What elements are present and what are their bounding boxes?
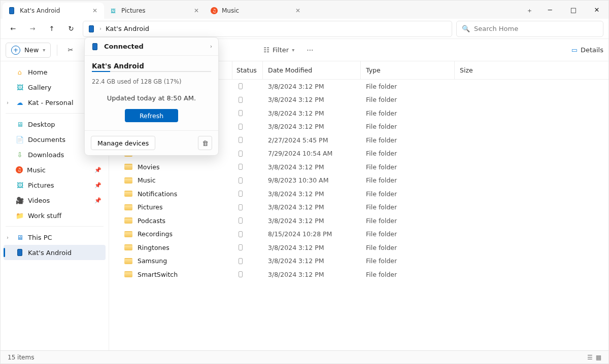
device-status-icon: [239, 83, 243, 89]
folder-icon: [124, 164, 132, 170]
sidebar-item-music[interactable]: ♫ Music 📌: [4, 162, 106, 177]
device-status-icon: [239, 191, 243, 197]
file-row[interactable]: Notifications 3/8/2024 3:12 PM File fold…: [109, 187, 608, 201]
close-icon[interactable]: ✕: [192, 7, 200, 15]
search-box[interactable]: 🔍 Search Home: [456, 21, 603, 37]
folder-icon: [124, 217, 132, 224]
folder-icon: [124, 271, 132, 277]
file-name: SmartSwitch: [138, 271, 178, 278]
folder-icon: [124, 244, 132, 250]
pin-icon[interactable]: 📌: [94, 197, 101, 204]
sidebar-item-this-pc[interactable]: › 🖥 This PC: [4, 230, 106, 245]
folder-icon: [124, 191, 132, 197]
device-status-icon: [239, 124, 243, 130]
details-view-button[interactable]: ☰: [587, 354, 593, 361]
details-label: Details: [581, 46, 603, 54]
recycle-bin-button[interactable]: 🗑: [198, 136, 212, 150]
chevron-right-icon: ›: [99, 26, 101, 31]
tab-label: Kat's Android: [20, 7, 60, 14]
phone-icon: [91, 43, 99, 51]
up-button[interactable]: ↑: [44, 21, 59, 37]
file-date: 8/15/2024 10:28 PM: [263, 230, 361, 238]
scissors-icon: ✂: [67, 46, 73, 54]
chevron-right-icon[interactable]: ›: [7, 235, 9, 240]
file-row[interactable]: Podcasts 3/8/2024 3:12 PM File folder: [109, 214, 608, 228]
device-status-icon: [239, 177, 243, 184]
device-status-icon: [239, 204, 243, 210]
popover-updated-text: Updated today at 8:50 AM.: [92, 94, 211, 102]
file-row[interactable]: Movies 3/8/2024 3:12 PM File folder: [109, 160, 608, 174]
file-date: 3/8/2024 3:12 PM: [263, 203, 361, 211]
sidebar-item-label: Documents: [28, 136, 65, 143]
sidebar-item-pictures[interactable]: 🖼 Pictures 📌: [4, 177, 106, 193]
folder-icon: [124, 204, 132, 210]
new-tab-button[interactable]: ＋: [520, 3, 538, 19]
file-type: File folder: [361, 110, 455, 117]
forward-button[interactable]: →: [25, 21, 40, 37]
pin-icon[interactable]: 📌: [94, 167, 101, 173]
device-status-icon: [239, 258, 243, 264]
file-date: 3/8/2024 3:12 PM: [263, 110, 361, 117]
file-row[interactable]: Recordings 8/15/2024 10:28 PM File folde…: [109, 228, 608, 241]
file-date: 3/8/2024 3:12 PM: [263, 244, 361, 251]
new-label: New: [24, 46, 39, 54]
file-type: File folder: [361, 96, 455, 103]
file-type: File folder: [361, 271, 455, 278]
chevron-right-icon: ›: [210, 44, 212, 49]
column-date-label: Date Modified: [268, 66, 312, 74]
sidebar-item-label: Pictures: [28, 181, 54, 189]
tab-strip: Kat's Android ✕ 🖼 Pictures ✕ ♫ Music ✕: [1, 3, 520, 19]
tab-label: Pictures: [121, 7, 146, 14]
sidebar-item-label: Work stuff: [28, 212, 61, 220]
sidebar-item-label: Music: [27, 166, 46, 174]
file-date: 7/29/2024 10:54 AM: [263, 150, 361, 157]
more-button[interactable]: ⋯: [302, 43, 317, 58]
file-row[interactable]: Ringtones 3/8/2024 3:12 PM File folder: [109, 241, 608, 254]
maximize-button[interactable]: □: [562, 1, 585, 19]
file-row[interactable]: Samsung 3/8/2024 3:12 PM File folder: [109, 254, 608, 268]
column-status-label: Status: [236, 66, 257, 74]
file-row[interactable]: SmartSwitch 3/8/2024 3:12 PM File folder: [109, 268, 608, 281]
close-icon[interactable]: ✕: [91, 7, 99, 15]
file-type: File folder: [361, 217, 455, 225]
close-icon[interactable]: ✕: [294, 7, 302, 15]
details-icon: ▭: [571, 46, 578, 54]
column-size-label: Size: [460, 66, 473, 74]
cut-button[interactable]: ✂: [63, 43, 77, 58]
close-window-button[interactable]: ✕: [585, 1, 608, 19]
status-bar: 15 items ☰ ▦: [1, 350, 608, 363]
popover-storage-text: 22.4 GB used of 128 GB (17%): [92, 78, 211, 85]
chevron-right-icon[interactable]: ›: [7, 100, 9, 105]
sidebar-item-work-stuff[interactable]: 📁 Work stuff: [4, 208, 106, 223]
thumbnails-view-button[interactable]: ▦: [596, 354, 601, 361]
new-button[interactable]: + New ▾: [6, 43, 51, 58]
file-row[interactable]: Pictures 3/8/2024 3:12 PM File folder: [109, 201, 608, 214]
file-row[interactable]: Music 9/8/2023 10:30 AM File folder: [109, 174, 608, 188]
details-pane-button[interactable]: ▭ Details: [571, 46, 603, 54]
separator: [6, 226, 104, 227]
device-popover: Connected › Kat's Android 22.4 GB used o…: [84, 37, 219, 156]
sidebar-item-label: Desktop: [28, 121, 55, 128]
refresh-button[interactable]: ↻: [63, 21, 79, 37]
column-status[interactable]: Status: [232, 61, 263, 79]
column-date[interactable]: Date Modified: [263, 61, 361, 79]
tab-pictures[interactable]: 🖼 Pictures ✕: [104, 3, 206, 19]
column-type-label: Type: [366, 66, 381, 74]
popover-header[interactable]: Connected ›: [85, 38, 218, 56]
sidebar-item-kat-s-android[interactable]: Kat's Android: [4, 245, 106, 260]
file-type: File folder: [361, 123, 455, 130]
tab-music[interactable]: ♫ Music ✕: [206, 3, 307, 19]
tab-kat-s-android[interactable]: Kat's Android ✕: [3, 3, 104, 19]
column-size[interactable]: Size: [455, 61, 608, 79]
sidebar-item-videos[interactable]: 🎥 Videos 📌: [4, 193, 106, 208]
folder-icon: [124, 258, 132, 264]
back-button[interactable]: ←: [6, 21, 21, 37]
minimize-button[interactable]: −: [538, 1, 562, 19]
file-date: 3/8/2024 3:12 PM: [263, 83, 361, 90]
pin-icon[interactable]: 📌: [94, 182, 101, 189]
address-bar[interactable]: › Kat's Android: [83, 21, 452, 37]
manage-devices-button[interactable]: Manage devices: [91, 136, 155, 150]
popover-refresh-button[interactable]: Refresh: [125, 109, 178, 122]
filter-button[interactable]: ☷ Filter ▾: [259, 43, 298, 58]
column-type[interactable]: Type: [361, 61, 455, 79]
